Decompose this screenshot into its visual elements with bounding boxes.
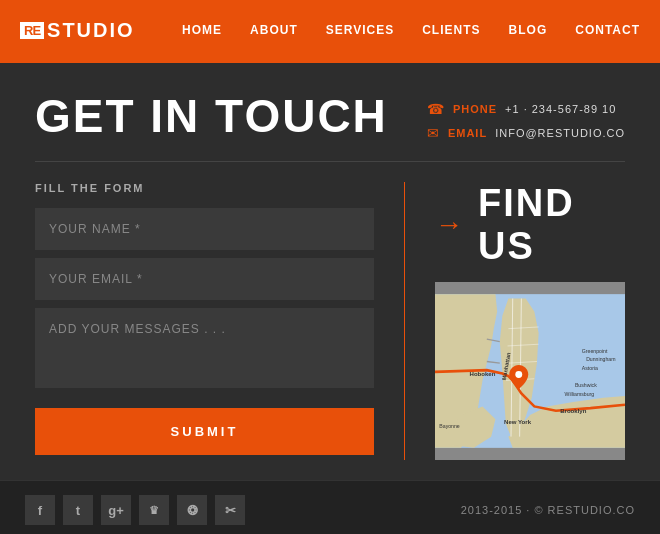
heartbeat-icon[interactable]: ♛ — [139, 495, 169, 525]
footer-copyright: 2013-2015 · © RESTUDIO.CO — [461, 504, 635, 516]
phone-label: PHONE — [453, 103, 497, 115]
header: RE STUDIO HOME ABOUT SERVICES CLIENTS BL… — [0, 0, 660, 60]
svg-text:Hoboken: Hoboken — [470, 371, 496, 377]
page-title: GET IN TOUCH — [35, 93, 388, 139]
svg-text:Dunningham: Dunningham — [586, 357, 615, 363]
nav-home[interactable]: HOME — [182, 23, 222, 37]
dribbble-icon[interactable]: ❂ — [177, 495, 207, 525]
nav-clients[interactable]: CLIENTS — [422, 23, 480, 37]
phone-icon: ☎ — [427, 101, 445, 117]
map-container[interactable]: Hoboken Manhattan New York Brooklyn Will… — [435, 282, 625, 460]
form-section-label: FILL THE FORM — [35, 182, 374, 194]
svg-point-24 — [515, 371, 522, 378]
social-icons: f t g+ ♛ ❂ ✂ — [25, 495, 245, 525]
logo-re: RE — [20, 22, 44, 39]
email-value: INFO@RESTUDIO.CO — [495, 127, 625, 139]
email-row: ✉ EMAIL INFO@RESTUDIO.CO — [427, 125, 625, 141]
logo: RE STUDIO — [20, 19, 135, 42]
svg-text:Brooklyn: Brooklyn — [560, 408, 586, 414]
svg-text:Greenpoint: Greenpoint — [582, 348, 608, 354]
email-input[interactable] — [35, 258, 374, 300]
footer: f t g+ ♛ ❂ ✂ 2013-2015 · © RESTUDIO.CO — [0, 480, 660, 534]
phone-row: ☎ PHONE +1 · 234-567-89 10 — [427, 101, 625, 117]
email-icon: ✉ — [427, 125, 440, 141]
nav-services[interactable]: SERVICES — [326, 23, 394, 37]
main-nav: HOME ABOUT SERVICES CLIENTS BLOG CONTACT — [182, 23, 640, 37]
nav-about[interactable]: ABOUT — [250, 23, 298, 37]
svg-text:Astoria: Astoria — [582, 365, 598, 371]
evernote-icon[interactable]: ✂ — [215, 495, 245, 525]
message-textarea[interactable] — [35, 308, 374, 388]
facebook-icon[interactable]: f — [25, 495, 55, 525]
form-map-row: FILL THE FORM SUBMIT → FIND US — [35, 182, 625, 460]
find-us-title: FIND US — [478, 182, 625, 268]
content-divider — [35, 161, 625, 162]
svg-text:Bushwick: Bushwick — [575, 382, 597, 388]
name-input[interactable] — [35, 208, 374, 250]
top-row: GET IN TOUCH ☎ PHONE +1 · 234-567-89 10 … — [35, 93, 625, 141]
svg-text:Bayonne: Bayonne — [439, 423, 460, 429]
nav-blog[interactable]: BLOG — [509, 23, 548, 37]
main-content: GET IN TOUCH ☎ PHONE +1 · 234-567-89 10 … — [0, 63, 660, 480]
arrow-icon: → — [435, 209, 463, 241]
nav-contact[interactable]: CONTACT — [575, 23, 640, 37]
submit-button[interactable]: SUBMIT — [35, 408, 374, 455]
logo-studio: STUDIO — [47, 19, 135, 42]
svg-text:Williamsburg: Williamsburg — [565, 391, 595, 397]
find-us-header: → FIND US — [435, 182, 625, 268]
svg-text:New York: New York — [504, 419, 532, 425]
contact-info: ☎ PHONE +1 · 234-567-89 10 ✉ EMAIL INFO@… — [427, 101, 625, 141]
phone-value: +1 · 234-567-89 10 — [505, 103, 616, 115]
twitter-icon[interactable]: t — [63, 495, 93, 525]
google-plus-icon[interactable]: g+ — [101, 495, 131, 525]
email-label: EMAIL — [448, 127, 487, 139]
map-section: → FIND US — [405, 182, 625, 460]
form-section: FILL THE FORM SUBMIT — [35, 182, 405, 460]
